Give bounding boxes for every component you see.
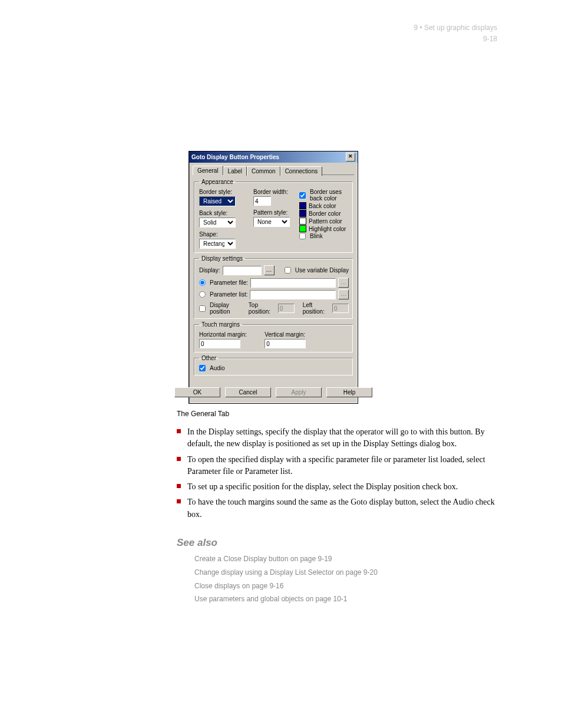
- left-position-input: [332, 304, 349, 313]
- audio-checkbox[interactable]: [199, 365, 206, 371]
- dialog-title: Goto Display Button Properties: [191, 154, 279, 160]
- display-position-checkbox[interactable]: [199, 305, 206, 312]
- border-style-select[interactable]: Raised: [199, 196, 236, 206]
- other-group: Other Audio: [194, 355, 353, 375]
- see-also-item: Create a Close Display button on page 9-…: [194, 552, 497, 566]
- highlight-color-label: Highlight color: [309, 226, 346, 232]
- parameter-list-browse[interactable]: …: [338, 289, 349, 299]
- border-uses-back-color[interactable]: Border uses back color: [299, 189, 349, 202]
- v-margin-input[interactable]: [265, 339, 306, 348]
- use-variable-checkbox[interactable]: [285, 267, 291, 274]
- see-also-item: Change display using a Display List Sele…: [194, 566, 497, 579]
- bullet-item: In the Display settings, specify the dis…: [177, 426, 497, 450]
- dialog-titlebar: Goto Display Button Properties ✕: [189, 151, 358, 163]
- pattern-color-swatch[interactable]: [299, 218, 306, 225]
- back-style-select[interactable]: Solid: [199, 218, 236, 228]
- display-position-option[interactable]: Display position: [199, 302, 242, 315]
- appearance-legend: Appearance: [199, 179, 236, 185]
- tab-general[interactable]: General: [193, 166, 223, 175]
- bullet-item: To set up a specific position for the di…: [177, 481, 497, 493]
- chapter-label: 9 • Set up graphic displays: [414, 22, 497, 34]
- touch-margins-legend: Touch margins: [199, 321, 242, 328]
- audio-option[interactable]: Audio: [199, 365, 349, 371]
- see-also-item: Use parameters and global objects on pag…: [194, 592, 497, 606]
- page-number: 9-18: [483, 35, 497, 43]
- border-color-label: Border color: [309, 210, 340, 217]
- see-also-list: Create a Close Display button on page 9-…: [194, 552, 497, 606]
- touch-margins-group: Touch margins Horizontal margin: Vertica…: [194, 321, 353, 353]
- tab-label[interactable]: Label: [223, 166, 247, 176]
- h-margin-input[interactable]: [199, 339, 240, 348]
- figure-caption: The General Tab: [177, 410, 562, 418]
- h-margin-label: Horizontal margin:: [199, 331, 247, 338]
- pattern-style-select[interactable]: None: [253, 217, 290, 227]
- see-also-item: Close displays on page 9-16: [194, 579, 497, 593]
- close-icon[interactable]: ✕: [346, 153, 355, 162]
- border-width-input[interactable]: [253, 196, 271, 206]
- bullet-item: To have the touch margins sound the same…: [177, 496, 497, 521]
- left-position-label: Left position:: [303, 302, 330, 315]
- display-settings-group: Display settings Display: … Use variable…: [194, 255, 353, 319]
- highlight-color-swatch[interactable]: [299, 225, 306, 232]
- bullet-item: To open the specified display with a spe…: [177, 454, 497, 478]
- cancel-button[interactable]: Cancel: [225, 387, 271, 397]
- parameter-file-browse[interactable]: …: [338, 278, 349, 288]
- tab-common[interactable]: Common: [247, 166, 280, 176]
- display-browse-button[interactable]: …: [264, 265, 275, 275]
- border-color-swatch[interactable]: [299, 210, 306, 217]
- back-color-swatch[interactable]: [299, 202, 306, 209]
- pattern-color-label: Pattern color: [309, 218, 342, 225]
- display-settings-legend: Display settings: [199, 255, 245, 262]
- top-position-label: Top position:: [249, 302, 276, 315]
- tab-connections[interactable]: Connections: [280, 166, 323, 176]
- see-also-heading: See also: [177, 537, 497, 549]
- border-width-label: Border width:: [253, 189, 291, 195]
- page-header: 9 • Set up graphic displays 9-18: [414, 22, 497, 45]
- tabs: General Label Common Connections: [193, 165, 354, 175]
- help-button[interactable]: Help: [326, 387, 372, 397]
- goto-display-properties-dialog: Goto Display Button Properties ✕ General…: [189, 151, 358, 404]
- other-legend: Other: [199, 355, 219, 361]
- parameter-list-input[interactable]: [250, 290, 336, 299]
- parameter-file-radio[interactable]: Parameter file:: [199, 279, 248, 286]
- shape-label: Shape:: [199, 231, 245, 238]
- border-style-label: Border style:: [199, 189, 245, 195]
- shape-select[interactable]: Rectangle: [199, 239, 236, 249]
- display-label: Display:: [199, 267, 220, 274]
- back-color-label: Back color: [309, 203, 336, 209]
- apply-button[interactable]: Apply: [276, 387, 322, 397]
- back-style-label: Back style:: [199, 210, 245, 216]
- border-uses-back-checkbox[interactable]: [299, 192, 306, 199]
- parameter-list-radio[interactable]: Parameter list:: [199, 291, 247, 298]
- display-input[interactable]: [223, 266, 262, 275]
- appearance-group: Appearance Border style: Raised Back sty…: [194, 179, 353, 253]
- use-variable-display[interactable]: Use variable Display: [285, 267, 349, 274]
- v-margin-label: Vertical margin:: [265, 331, 306, 338]
- blink-option[interactable]: Blink: [299, 233, 349, 239]
- parameter-file-input[interactable]: [250, 278, 336, 288]
- pattern-style-label: Pattern style:: [253, 209, 291, 216]
- ok-button[interactable]: OK: [174, 387, 220, 397]
- top-position-input: [278, 304, 295, 313]
- body-text: In the Display settings, specify the dis…: [177, 426, 497, 521]
- blink-checkbox[interactable]: [299, 233, 306, 239]
